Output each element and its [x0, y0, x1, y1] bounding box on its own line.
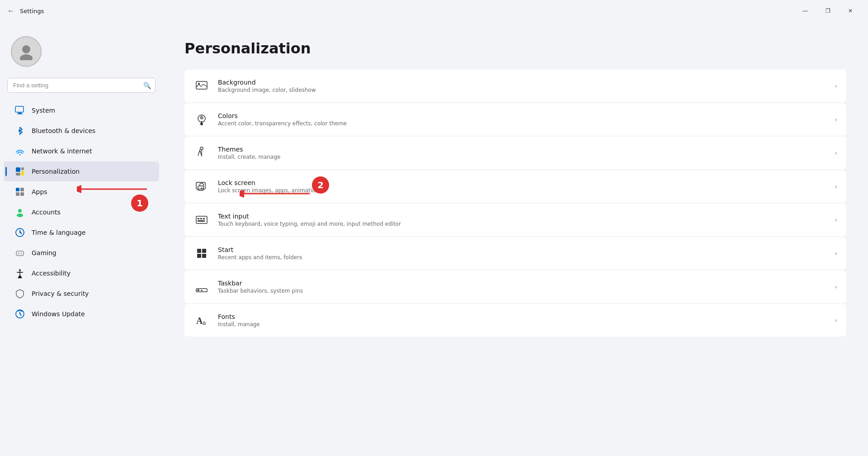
svg-rect-44: [201, 290, 203, 291]
svg-rect-37: [198, 220, 205, 222]
svg-rect-2: [15, 106, 24, 112]
colors-description: Accent color, transparency effects, colo…: [218, 120, 826, 127]
svg-rect-9: [21, 171, 24, 176]
sidebar-item-label-system: System: [32, 107, 55, 114]
text-input-description: Touch keyboard, voice typing, emoji and …: [218, 221, 826, 227]
sidebar-item-time[interactable]: Time & language: [4, 223, 159, 242]
themes-chevron-icon: ›: [835, 149, 837, 157]
window-controls: — ❐ ✕: [795, 4, 861, 18]
page-title: Personalization: [184, 40, 846, 57]
accounts-icon: [14, 207, 25, 218]
text-input-text: Text inputTouch keyboard, voice typing, …: [218, 213, 826, 227]
svg-rect-39: [202, 249, 206, 253]
start-chevron-icon: ›: [835, 250, 837, 257]
settings-item-text-input[interactable]: Text inputTouch keyboard, voice typing, …: [184, 204, 846, 236]
personalization-icon: [14, 166, 25, 177]
fonts-description: Install, manage: [218, 321, 826, 328]
svg-rect-11: [20, 188, 24, 191]
lock-screen-chevron-icon: ›: [835, 183, 837, 190]
maximize-button[interactable]: ❐: [817, 4, 838, 18]
lock-screen-title: Lock screen: [218, 179, 826, 186]
svg-rect-41: [202, 254, 206, 258]
svg-rect-10: [16, 188, 19, 191]
fonts-title: Fonts: [218, 313, 826, 320]
accessibility-icon: [14, 268, 25, 279]
taskbar-chevron-icon: ›: [835, 283, 837, 290]
avatar[interactable]: [11, 36, 42, 67]
lock-screen-description: Lock screen images, apps, animations: [218, 187, 826, 194]
settings-item-fonts[interactable]: AaFontsInstall, manage›: [184, 304, 846, 337]
themes-icon: [193, 145, 210, 161]
system-icon: [14, 105, 25, 116]
svg-rect-13: [20, 192, 24, 196]
sidebar-item-accessibility[interactable]: Accessibility: [4, 263, 159, 283]
sidebar-item-update[interactable]: Windows Update: [4, 304, 159, 324]
close-button[interactable]: ✕: [840, 4, 861, 18]
svg-rect-33: [196, 216, 207, 223]
svg-rect-36: [203, 218, 205, 219]
sidebar-item-apps[interactable]: Apps: [4, 182, 159, 202]
colors-chevron-icon: ›: [835, 116, 837, 123]
svg-rect-34: [198, 218, 199, 219]
update-icon: [14, 309, 25, 319]
start-text: StartRecent apps and items, folders: [218, 246, 826, 261]
svg-rect-12: [16, 192, 19, 196]
settings-item-colors[interactable]: ColorsAccent color, transparency effects…: [184, 103, 846, 136]
svg-text:a: a: [203, 319, 206, 326]
settings-item-start[interactable]: StartRecent apps and items, folders›: [184, 237, 846, 270]
svg-rect-35: [200, 218, 202, 219]
back-button[interactable]: ←: [7, 7, 14, 15]
svg-rect-27: [201, 121, 202, 123]
themes-text: ThemesInstall, create, manage: [218, 146, 826, 160]
settings-item-themes[interactable]: ThemesInstall, create, manage›: [184, 137, 846, 169]
settings-item-lock-screen[interactable]: Lock screenLock screen images, apps, ani…: [184, 170, 846, 203]
fonts-icon: Aa: [193, 312, 210, 328]
taskbar-text: TaskbarTaskbar behaviors, system pins: [218, 280, 826, 294]
lock-screen-text: Lock screenLock screen images, apps, ani…: [218, 179, 826, 194]
themes-title: Themes: [218, 146, 826, 153]
background-description: Background image, color, slideshow: [218, 87, 826, 93]
svg-rect-38: [197, 249, 201, 253]
sidebar-item-system[interactable]: System: [4, 100, 159, 120]
start-title: Start: [218, 246, 826, 253]
search-input[interactable]: [7, 78, 156, 93]
fonts-text: FontsInstall, manage: [218, 313, 826, 328]
colors-title: Colors: [218, 112, 826, 119]
svg-rect-6: [16, 167, 20, 172]
title-bar: ← Settings — ❐ ✕: [0, 0, 868, 22]
minimize-button[interactable]: —: [795, 4, 816, 18]
gaming-icon: [14, 247, 25, 258]
sidebar-item-label-bluetooth: Bluetooth & devices: [32, 127, 95, 134]
svg-rect-17: [16, 251, 24, 256]
sidebar-item-label-update: Windows Update: [32, 310, 85, 318]
svg-rect-3: [18, 113, 22, 114]
sidebar: 🔍 SystemBluetooth & devicesNetwork & int…: [0, 22, 163, 456]
svg-point-15: [17, 214, 23, 217]
main-content: Personalization BackgroundBackground ima…: [163, 22, 868, 456]
sidebar-item-privacy[interactable]: Privacy & security: [4, 284, 159, 304]
svg-rect-8: [21, 167, 24, 170]
themes-description: Install, create, manage: [218, 154, 826, 160]
search-icon: 🔍: [143, 82, 151, 89]
settings-item-background[interactable]: BackgroundBackground image, color, slide…: [184, 70, 846, 102]
taskbar-icon: [193, 279, 210, 295]
sidebar-item-accounts[interactable]: Accounts: [4, 202, 159, 222]
background-chevron-icon: ›: [835, 82, 837, 90]
svg-point-19: [21, 254, 22, 255]
svg-rect-7: [16, 173, 20, 176]
sidebar-item-label-accounts: Accounts: [32, 209, 61, 216]
sidebar-item-network[interactable]: Network & internet: [4, 141, 159, 161]
sidebar-item-bluetooth[interactable]: Bluetooth & devices: [4, 121, 159, 141]
svg-text:A: A: [196, 316, 203, 326]
sidebar-item-label-gaming: Gaming: [32, 249, 57, 256]
colors-text: ColorsAccent color, transparency effects…: [218, 112, 826, 127]
sidebar-item-personalization[interactable]: Personalization: [4, 162, 159, 181]
settings-item-taskbar[interactable]: TaskbarTaskbar behaviors, system pins›: [184, 271, 846, 303]
app-title: Settings: [20, 8, 44, 14]
avatar-section: [0, 29, 163, 78]
fonts-chevron-icon: ›: [835, 317, 837, 324]
sidebar-item-gaming[interactable]: Gaming: [4, 243, 159, 263]
apps-icon: [14, 186, 25, 197]
text-input-title: Text input: [218, 213, 826, 220]
sidebar-item-label-personalization: Personalization: [32, 168, 80, 175]
